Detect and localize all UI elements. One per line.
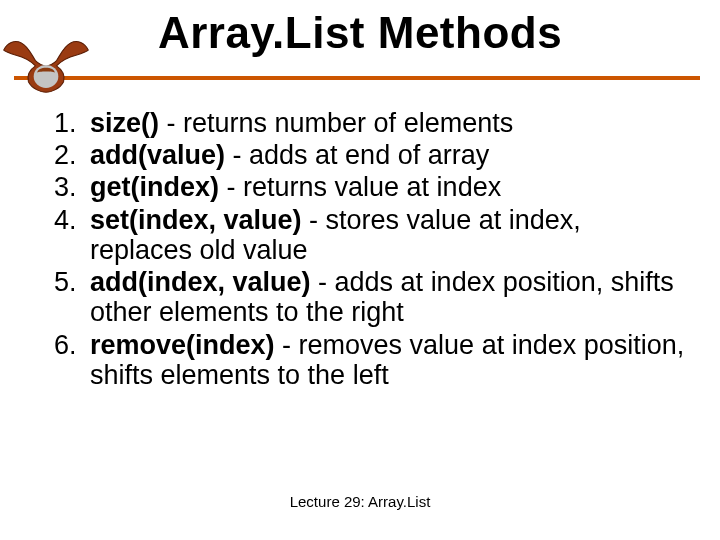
page-title: Array.List Methods <box>0 0 720 58</box>
method-description: - adds at end of array <box>225 140 489 170</box>
slide-body: size() - returns number of elements add(… <box>0 86 720 390</box>
method-description: - returns value at index <box>219 172 501 202</box>
method-signature: size() <box>90 108 159 138</box>
method-signature: remove(index) <box>90 330 275 360</box>
method-signature: add(index, value) <box>90 267 311 297</box>
list-item: set(index, value) - stores value at inde… <box>84 205 686 265</box>
list-item: add(value) - adds at end of array <box>84 140 686 170</box>
header: Array.List Methods <box>0 0 720 86</box>
method-signature: get(index) <box>90 172 219 202</box>
title-rule <box>14 76 700 80</box>
method-signature: add(value) <box>90 140 225 170</box>
longhorn-logo-icon <box>2 34 90 96</box>
method-signature: set(index, value) <box>90 205 302 235</box>
list-item: get(index) - returns value at index <box>84 172 686 202</box>
slide: Array.List Methods size() - returns numb… <box>0 0 720 540</box>
method-description: - returns number of elements <box>159 108 513 138</box>
list-item: add(index, value) - adds at index positi… <box>84 267 686 327</box>
list-item: size() - returns number of elements <box>84 108 686 138</box>
footer-text: Lecture 29: Array.List <box>0 493 720 510</box>
method-list: size() - returns number of elements add(… <box>30 108 686 390</box>
list-item: remove(index) - removes value at index p… <box>84 330 686 390</box>
